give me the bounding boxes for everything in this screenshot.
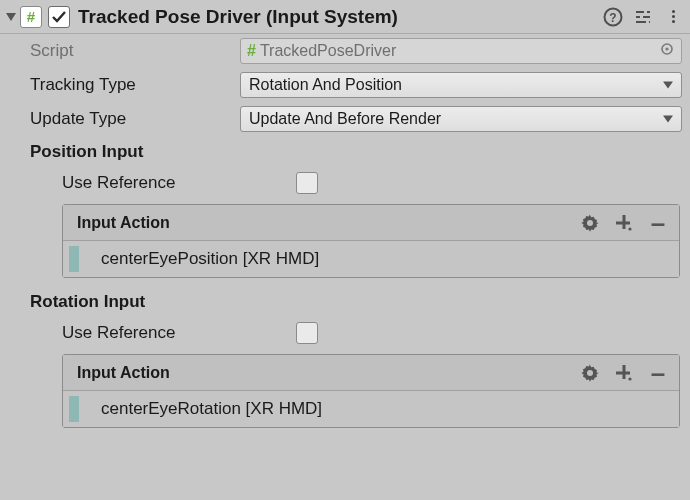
position-input-binding-row[interactable]: centerEyePosition [XR HMD]	[63, 241, 679, 277]
script-object-field[interactable]: # TrackedPoseDriver	[240, 38, 682, 64]
rotation-input-binding-row[interactable]: centerEyeRotation [XR HMD]	[63, 391, 679, 427]
update-type-row: Update Type Update And Before Render	[0, 102, 690, 136]
svg-point-14	[587, 370, 593, 376]
rotation-input-action-header: Input Action –	[63, 355, 679, 391]
position-input-action-label: Input Action	[77, 214, 170, 232]
svg-point-10	[587, 220, 593, 226]
chevron-down-icon	[663, 116, 673, 123]
checkmark-icon	[51, 9, 67, 25]
gear-icon[interactable]	[579, 212, 601, 234]
position-use-reference-checkbox[interactable]	[296, 172, 318, 194]
inspector-panel: # Tracked Pose Driver (Input System) ? S…	[0, 0, 690, 500]
enable-checkbox[interactable]	[48, 6, 70, 28]
rotation-input-action-label: Input Action	[77, 364, 170, 382]
svg-rect-12	[616, 221, 630, 224]
object-picker-icon[interactable]	[659, 41, 675, 61]
position-use-reference-label: Use Reference	[62, 173, 296, 193]
add-icon[interactable]	[613, 362, 635, 384]
tracking-type-value: Rotation And Position	[249, 76, 402, 94]
update-type-label: Update Type	[30, 109, 240, 129]
rotation-use-reference-row: Use Reference	[0, 316, 690, 350]
rotation-input-heading: Rotation Input	[0, 286, 690, 316]
presets-icon[interactable]	[632, 6, 654, 28]
svg-point-9	[665, 47, 668, 50]
update-type-value: Update And Before Render	[249, 110, 441, 128]
position-input-binding: centerEyePosition [XR HMD]	[101, 249, 319, 269]
position-use-reference-row: Use Reference	[0, 166, 690, 200]
update-type-dropdown[interactable]: Update And Before Render	[240, 106, 682, 132]
position-input-action-header: Input Action –	[63, 205, 679, 241]
svg-text:?: ?	[609, 10, 616, 24]
drag-handle-icon[interactable]	[69, 246, 79, 272]
svg-rect-16	[616, 371, 630, 374]
component-title: Tracked Pose Driver (Input System)	[78, 6, 398, 28]
tracking-type-row: Tracking Type Rotation And Position	[0, 68, 690, 102]
rotation-use-reference-label: Use Reference	[62, 323, 296, 343]
remove-icon[interactable]: –	[647, 212, 669, 234]
tracking-type-label: Tracking Type	[30, 75, 240, 95]
position-input-action-box: Input Action – centerEyePosition [XR HMD…	[62, 204, 680, 278]
rotation-use-reference-checkbox[interactable]	[296, 322, 318, 344]
remove-icon[interactable]: –	[647, 362, 669, 384]
script-icon: #	[20, 6, 42, 28]
svg-point-13	[628, 227, 631, 230]
help-icon[interactable]: ?	[602, 6, 624, 28]
context-menu-icon[interactable]	[662, 6, 684, 28]
script-row: Script # TrackedPoseDriver	[0, 34, 690, 68]
script-label: Script	[30, 41, 240, 61]
script-hash-icon: #	[247, 42, 256, 60]
position-input-heading: Position Input	[0, 136, 690, 166]
svg-point-17	[628, 377, 631, 380]
component-header[interactable]: # Tracked Pose Driver (Input System) ?	[0, 0, 690, 34]
add-icon[interactable]	[613, 212, 635, 234]
rotation-input-binding: centerEyeRotation [XR HMD]	[101, 399, 322, 419]
chevron-down-icon	[663, 82, 673, 89]
rotation-input-action-box: Input Action – centerEyeRotation [XR HMD…	[62, 354, 680, 428]
drag-handle-icon[interactable]	[69, 396, 79, 422]
script-value: TrackedPoseDriver	[260, 42, 396, 60]
foldout-toggle-icon[interactable]	[6, 13, 16, 21]
tracking-type-dropdown[interactable]: Rotation And Position	[240, 72, 682, 98]
gear-icon[interactable]	[579, 362, 601, 384]
